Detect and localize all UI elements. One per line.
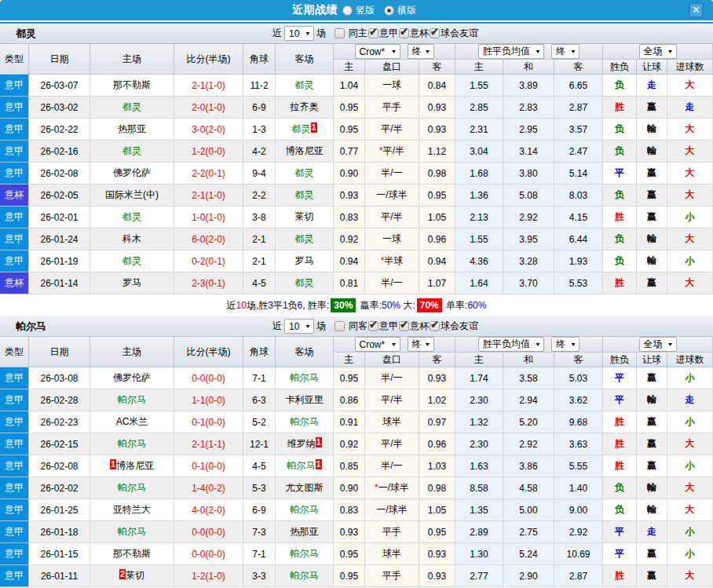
corners-cell: 5-2 [243, 411, 276, 433]
handicap-cell: 半/一 [365, 455, 419, 477]
home-team-cell: 科木 [90, 228, 174, 250]
league-filter-checkbox[interactable] [430, 321, 440, 331]
col-header: 比分(半场) [174, 43, 243, 75]
handicap-result-cell: 贏 [637, 411, 667, 433]
result-cell: 胜 [603, 433, 637, 455]
league-filter-checkbox[interactable] [399, 28, 409, 38]
score-cell: 1-2(1-0) [174, 565, 243, 587]
summary-text: 大: [400, 300, 415, 311]
same-venue-checkbox[interactable] [335, 321, 345, 331]
home-odds-cell: 1.04 [334, 75, 365, 97]
home-team-cell: 那不勒斯 [90, 543, 174, 565]
handicap-cell: 半/一 [365, 367, 419, 389]
score-cell: 1-2(0-0) [174, 141, 243, 163]
chevron-down-icon: ▼ [535, 341, 541, 347]
handicap-cell: *一/球半 [365, 477, 419, 499]
handicap-cell: *平/半 [365, 141, 419, 163]
games-label: 场 [316, 320, 326, 333]
result-text: 贏 [647, 277, 656, 288]
handicap-cell: 球半 [365, 411, 419, 433]
handicap-cell: 平手 [365, 521, 419, 543]
league-filter-checkbox[interactable] [399, 321, 409, 331]
europe-time-select[interactable]: 终▼ [551, 337, 580, 352]
euro-home-cell: 2.31 [455, 119, 503, 141]
result-text: 走 [647, 79, 656, 90]
score-cell: 2-3(0-1) [174, 272, 243, 294]
handicap-result-cell: 贏 [637, 272, 667, 294]
radio-horizontal-layout[interactable] [384, 5, 394, 16]
home-team-cell: 罗马 [90, 272, 174, 294]
summary-text: 贏率: [357, 300, 382, 311]
radio-horizontal-label[interactable]: 横版 [397, 4, 416, 17]
handicap-time-select[interactable]: 终▼ [408, 44, 434, 59]
same-venue-checkbox[interactable] [335, 28, 345, 38]
euro-draw-cell: 2.92 [503, 206, 554, 228]
team-name-text: AC米兰 [116, 416, 148, 427]
result-text: 平 [615, 548, 624, 559]
summary-text: 60% [467, 300, 486, 311]
radio-vertical-layout[interactable] [342, 5, 353, 16]
result-text: 輸 [647, 233, 656, 244]
corners-cell: 4-5 [243, 455, 276, 477]
result-cell: 负 [603, 119, 637, 141]
chevron-down-icon: ▼ [535, 48, 541, 54]
sub-col-header: 客 [554, 60, 603, 75]
league-filter-label[interactable]: 意杯 [410, 27, 429, 40]
home-odds-cell: 0.85 [334, 455, 365, 477]
handicap-time-select[interactable]: 终▼ [408, 337, 434, 352]
euro-draw-cell: 5.20 [503, 411, 554, 433]
same-venue-label[interactable]: 同主 [349, 27, 367, 40]
league-filter-label[interactable]: 球会友谊 [441, 320, 478, 333]
home-team-cell: 帕尔马 [90, 521, 174, 543]
date-cell: 26-02-02 [29, 477, 90, 499]
europe-time-select[interactable]: 终▼ [551, 44, 580, 59]
euro-away-cell: 1.40 [554, 477, 603, 499]
league-filter-checkbox[interactable] [368, 28, 378, 38]
league-filter-label[interactable]: 意杯 [410, 320, 429, 333]
header-group-cell: 胜平负均值▼终▼ [455, 336, 603, 352]
sub-col-header: 和 [503, 60, 554, 75]
home-odds-cell: 0.83 [334, 206, 365, 228]
match-count-select[interactable]: 10▼ [284, 319, 314, 334]
result-cell: 胜 [603, 411, 637, 433]
radio-vertical-label[interactable]: 竖版 [356, 4, 375, 17]
league-filter-label[interactable]: 意甲 [379, 320, 398, 333]
date-cell: 26-03-08 [29, 367, 90, 389]
scope-select[interactable]: 全场▼ [639, 44, 677, 59]
handicap-result-cell: 贏 [637, 97, 667, 119]
league-filter-label[interactable]: 意甲 [379, 27, 398, 40]
league-filter-checkbox[interactable] [430, 28, 440, 38]
sub-col-header: 让球 [637, 60, 667, 75]
scope-select[interactable]: 全场▼ [639, 337, 677, 352]
away-team-cell: 都灵1 [276, 119, 334, 141]
result-text: 輸 [647, 482, 656, 493]
sub-col-header: 主 [455, 352, 503, 367]
handicap-cell: 半/一 [365, 272, 419, 294]
europe-avg-select[interactable]: 胜平负均值▼ [478, 44, 544, 59]
result-text: 胜 [615, 570, 624, 581]
away-odds-cell: 1.03 [419, 455, 455, 477]
select-group: Crow*▼终▼ [334, 44, 455, 59]
summary-text: 3 [268, 300, 273, 311]
league-cell: 意甲 [0, 433, 29, 455]
euro-home-cell: 1.32 [455, 411, 503, 433]
chevron-down-icon: ▼ [570, 48, 576, 54]
team-name-text: 热那亚 [118, 123, 146, 134]
match-count-select[interactable]: 10▼ [284, 26, 314, 41]
col-header: 角球 [243, 43, 276, 75]
match-row: 意甲26-02-02帕尔马1-4(0-2)5-3尤文图斯0.90*一/球半0.9… [0, 477, 713, 499]
close-icon[interactable]: ✕ [689, 2, 704, 18]
same-venue-label[interactable]: 同客 [349, 320, 367, 333]
handicap-company-select[interactable]: Crow*▼ [355, 337, 400, 352]
away-team-cell: 都灵 [276, 75, 334, 97]
league-filter-label[interactable]: 球会友谊 [441, 27, 478, 40]
score-cell: 6-0(2-0) [174, 228, 243, 250]
league-cell: 意甲 [0, 455, 29, 477]
home-team-cell: 帕尔马 [90, 389, 174, 411]
europe-avg-select[interactable]: 胜平负均值▼ [478, 337, 544, 352]
match-row: 意甲26-01-24科木6-0(2-0)2-1都灵0.92一球0.961.553… [0, 228, 713, 250]
goals-result-cell: 大 [667, 477, 713, 499]
handicap-company-select[interactable]: Crow*▼ [355, 44, 400, 59]
league-filter-checkbox[interactable] [368, 321, 378, 331]
euro-away-cell: 1.93 [554, 250, 603, 272]
